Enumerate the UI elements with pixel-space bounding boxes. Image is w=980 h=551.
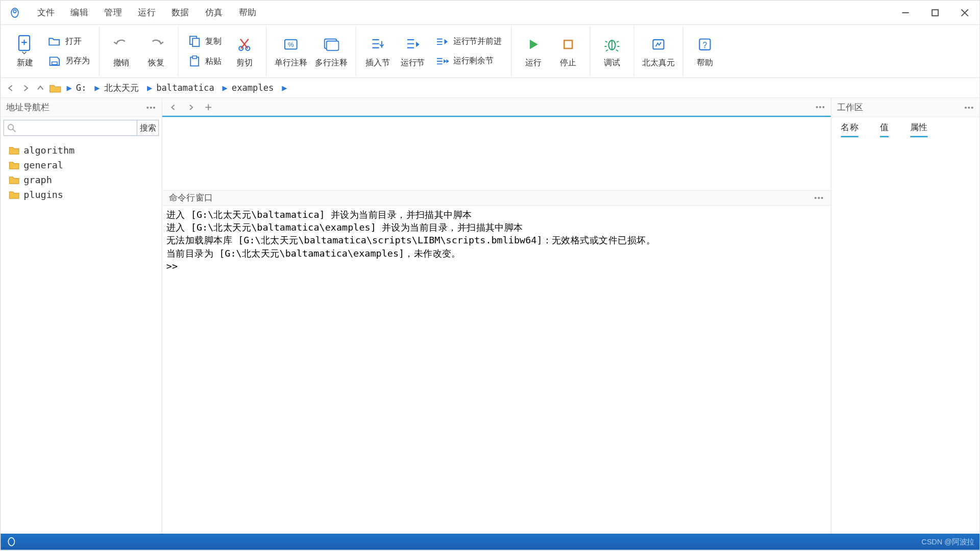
cut-button[interactable]: 剪切 <box>227 31 262 71</box>
folder-label: general <box>23 160 63 170</box>
undo-label: 撤销 <box>113 57 130 68</box>
menu-data[interactable]: 数据 <box>165 3 196 23</box>
menu-run[interactable]: 运行 <box>131 3 162 23</box>
comment-single-label: 单行注释 <box>275 57 307 68</box>
help-label: 帮助 <box>697 57 713 68</box>
help-button[interactable]: ? 帮助 <box>688 31 723 71</box>
svg-text:%: % <box>288 41 294 48</box>
insert-section-label: 插入节 <box>365 57 389 68</box>
comment-single-icon: % <box>283 34 299 55</box>
redo-button[interactable]: 恢复 <box>139 31 174 71</box>
menu-sim[interactable]: 仿真 <box>199 3 230 23</box>
statusbar-logo-icon <box>6 536 17 547</box>
status-bar: CSDN @阿波拉 <box>1 534 979 550</box>
run-section-advance-button[interactable]: 运行节并前进 <box>430 34 507 49</box>
run-section-icon <box>405 34 421 55</box>
breadcrumb: ▶G: ▶北太天元 ▶baltamatica ▶examples ▶ <box>1 78 979 98</box>
workspace-tab-name[interactable]: 名称 <box>841 121 858 137</box>
copy-button[interactable]: 复制 <box>182 33 227 49</box>
menu-edit[interactable]: 编辑 <box>64 3 95 23</box>
svg-text:?: ? <box>703 40 707 49</box>
command-window[interactable]: 进入 [G:\北太天元\baltamatica] 并设为当前目录，并扫描其中脚本… <box>162 206 831 534</box>
search-input[interactable] <box>4 120 137 136</box>
run-remaining-icon <box>435 56 449 65</box>
comment-single-button[interactable]: % 单行注释 <box>271 31 311 71</box>
debug-label: 调试 <box>604 57 620 68</box>
stop-button[interactable]: 停止 <box>551 31 586 71</box>
nav-back-icon[interactable] <box>5 82 17 94</box>
save-icon <box>48 56 61 66</box>
app-logo-icon <box>9 7 21 19</box>
tabstrip-menu-icon[interactable]: ••• <box>816 103 825 111</box>
open-button[interactable]: 打开 <box>42 34 95 49</box>
panel-menu-icon[interactable]: ••• <box>146 103 156 111</box>
workspace-tab-value[interactable]: 值 <box>880 121 889 137</box>
comment-multi-button[interactable]: 多行注释 <box>311 31 351 71</box>
debug-button[interactable]: 调试 <box>595 31 630 71</box>
svg-rect-7 <box>52 62 58 64</box>
breadcrumb-segment[interactable]: ▶G: <box>64 83 89 93</box>
brand-label: 北太真元 <box>642 57 674 68</box>
address-nav-panel: 地址导航栏 ••• 搜索 algorithm general graph plu… <box>1 98 162 534</box>
brand-icon <box>650 34 667 55</box>
menu-file[interactable]: 文件 <box>30 3 61 23</box>
paste-button[interactable]: 粘贴 <box>182 53 227 69</box>
tab-next-icon[interactable] <box>184 101 197 114</box>
saveas-button[interactable]: 另存为 <box>42 53 95 68</box>
nav-up-icon[interactable] <box>34 82 46 94</box>
workspace-title: 工作区 <box>837 102 863 114</box>
play-icon <box>526 34 541 55</box>
folder-item[interactable]: algorithm <box>4 143 159 158</box>
folder-label: algorithm <box>23 145 75 156</box>
folder-icon <box>9 190 19 199</box>
run-remaining-button[interactable]: 运行剩余节 <box>430 53 507 68</box>
workspace-panel: 工作区 ••• 名称 值 属性 <box>831 98 979 534</box>
folder-icon <box>9 161 19 169</box>
undo-button[interactable]: 撤销 <box>104 31 139 71</box>
open-icon <box>48 36 61 47</box>
new-button[interactable]: 新建 <box>8 31 43 71</box>
insert-section-button[interactable]: 插入节 <box>360 31 396 71</box>
search-button[interactable]: 搜索 <box>137 120 159 136</box>
run-button[interactable]: 运行 <box>516 31 551 71</box>
folder-icon <box>49 83 61 92</box>
breadcrumb-segment[interactable]: ▶examples <box>219 83 276 93</box>
brand-button[interactable]: 北太真元 <box>638 31 678 71</box>
svg-rect-1 <box>932 9 938 15</box>
watermark: CSDN @阿波拉 <box>921 537 974 547</box>
breadcrumb-segment[interactable]: ▶baltamatica <box>144 83 217 93</box>
comment-multi-label: 多行注释 <box>315 57 347 68</box>
breadcrumb-segment[interactable]: ▶北太天元 <box>92 82 141 94</box>
folder-icon <box>9 146 19 155</box>
command-menu-icon[interactable]: ••• <box>814 194 824 202</box>
window-close-icon[interactable] <box>950 3 979 23</box>
redo-icon <box>148 34 165 55</box>
run-label: 运行 <box>525 57 542 68</box>
editor-area[interactable] <box>162 117 831 190</box>
menu-manage[interactable]: 管理 <box>97 3 129 23</box>
svg-rect-19 <box>327 41 339 50</box>
folder-tree: algorithm general graph plugins <box>1 139 161 206</box>
stop-label: 停止 <box>560 57 576 68</box>
comment-multi-icon <box>323 34 339 55</box>
bug-icon <box>604 34 620 55</box>
run-section-button[interactable]: 运行节 <box>395 31 430 71</box>
copy-label: 复制 <box>205 35 222 46</box>
folder-item[interactable]: general <box>4 158 159 172</box>
run-remaining-label: 运行剩余节 <box>453 55 494 66</box>
tab-prev-icon[interactable] <box>166 101 180 114</box>
workspace-tab-attr[interactable]: 属性 <box>910 121 927 137</box>
menu-help[interactable]: 帮助 <box>232 3 263 23</box>
workspace-menu-icon[interactable]: ••• <box>964 103 974 111</box>
window-maximize-icon[interactable] <box>920 3 950 23</box>
window-minimize-icon[interactable] <box>891 3 920 23</box>
nav-forward-icon[interactable] <box>19 82 32 94</box>
redo-label: 恢复 <box>148 57 164 68</box>
address-nav-title: 地址导航栏 <box>6 102 50 114</box>
folder-item[interactable]: graph <box>4 172 159 187</box>
run-section-label: 运行节 <box>401 57 425 68</box>
folder-icon <box>9 176 19 184</box>
folder-item[interactable]: plugins <box>4 187 159 202</box>
undo-icon <box>112 34 130 55</box>
tab-add-icon[interactable] <box>201 101 214 114</box>
